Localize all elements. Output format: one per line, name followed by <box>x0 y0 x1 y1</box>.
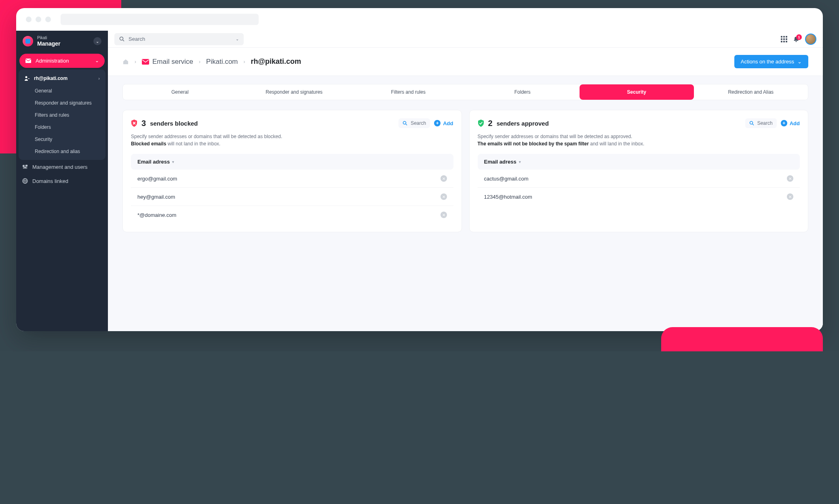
browser-frame: Pikati Manager ⌄ Administration ⌄ rh@pik… <box>16 8 823 331</box>
mail-icon <box>25 59 32 63</box>
delete-icon[interactable]: ✕ <box>787 175 793 182</box>
chevron-right-icon: › <box>199 59 200 65</box>
delete-icon[interactable]: ✕ <box>787 193 793 200</box>
list-row: *@domaine.com✕ <box>131 206 453 224</box>
svg-point-1 <box>25 76 27 78</box>
topbar: Search ⌄ 1 <box>108 31 823 48</box>
delete-icon[interactable]: ✕ <box>441 175 447 182</box>
svg-line-18 <box>753 124 754 125</box>
org-logo <box>23 36 33 46</box>
shield-approved-icon <box>478 120 484 127</box>
nav-sub-folders[interactable]: Folders <box>19 121 105 133</box>
nav-domains[interactable]: Domains linked <box>16 174 108 188</box>
approved-list-header[interactable]: Email adress ▾ <box>478 154 800 170</box>
user-icon <box>24 76 30 81</box>
notifications-button[interactable]: 1 <box>793 36 799 42</box>
traffic-lights <box>26 17 51 22</box>
tab-redirection[interactable]: Redirection and Alias <box>694 84 808 100</box>
sliders-icon <box>22 164 28 170</box>
list-row: hey@gmail.com✕ <box>131 188 453 206</box>
blocked-list-header[interactable]: Email adress ▾ <box>131 154 453 170</box>
search-placeholder: Search <box>129 36 145 42</box>
org-role: Manager <box>37 40 89 47</box>
sidebar: Pikati Manager ⌄ Administration ⌄ rh@pik… <box>16 31 108 331</box>
list-row: 12345@hotmail.com✕ <box>478 188 800 206</box>
tabs: General Responder and signatures Filters… <box>122 84 808 100</box>
traffic-light <box>36 17 41 22</box>
traffic-light <box>26 17 32 22</box>
nav-sub-security[interactable]: Security <box>19 133 105 145</box>
svg-rect-2 <box>28 78 30 79</box>
chevron-right-icon: › <box>98 76 100 81</box>
home-icon[interactable] <box>122 59 129 65</box>
url-bar[interactable] <box>61 14 259 25</box>
blocked-search[interactable]: Search <box>398 118 430 128</box>
traffic-light <box>45 17 51 22</box>
approved-add-button[interactable]: + Add <box>781 120 800 126</box>
browser-chrome <box>16 8 823 31</box>
nav-management[interactable]: Management and users <box>16 160 108 174</box>
sort-icon: ▾ <box>519 160 521 164</box>
nav-label: rh@pikati.com <box>34 76 67 81</box>
search-icon <box>119 36 124 42</box>
tab-security[interactable]: Security <box>580 84 694 100</box>
bc-domain[interactable]: Pikati.com <box>206 58 238 66</box>
org-name: Pikati <box>37 36 89 40</box>
approved-card: 2 senders approved Search + Add <box>469 110 809 232</box>
shield-blocked-icon <box>131 120 137 127</box>
tab-responder[interactable]: Responder and signatures <box>237 84 352 100</box>
svg-line-16 <box>406 124 407 125</box>
breadcrumb: › Email service › Pikati.com › rh@pikati… <box>108 48 823 76</box>
content-area: › Email service › Pikati.com › rh@pikati… <box>108 48 823 331</box>
nav-sub-general[interactable]: General <box>19 85 105 97</box>
main-panel: Search ⌄ 1 › <box>108 31 823 331</box>
nav-sub-responder[interactable]: Responder and signatures <box>19 97 105 109</box>
bg-accent-bottom-right <box>661 327 823 351</box>
approved-title: senders approved <box>497 120 549 127</box>
email-address: hey@gmail.com <box>137 194 175 200</box>
blocked-title: senders blocked <box>150 120 198 127</box>
blocked-description: Specify sender addresses or domains that… <box>131 133 453 147</box>
nav-address-group: rh@pikati.com › General Responder and si… <box>19 69 105 160</box>
svg-point-7 <box>25 167 26 168</box>
org-switcher[interactable]: Pikati Manager ⌄ <box>16 31 108 52</box>
chevron-right-icon: › <box>244 59 245 65</box>
email-address: *@domaine.com <box>137 212 176 218</box>
blocked-add-button[interactable]: + Add <box>434 120 453 126</box>
tab-filters[interactable]: Filters and rules <box>351 84 466 100</box>
search-icon <box>403 121 407 126</box>
search-input[interactable]: Search ⌄ <box>114 33 244 45</box>
email-address: ergo@gmail.com <box>137 176 177 182</box>
email-address: cactus@gmail.com <box>484 176 529 182</box>
delete-icon[interactable]: ✕ <box>441 193 447 200</box>
globe-icon <box>22 178 28 184</box>
app-root: Pikati Manager ⌄ Administration ⌄ rh@pik… <box>16 31 823 331</box>
avatar[interactable] <box>805 34 816 45</box>
nav-administration[interactable]: Administration ⌄ <box>19 54 105 68</box>
chevron-right-icon: › <box>135 59 136 65</box>
apps-icon[interactable] <box>781 36 787 42</box>
plus-icon: + <box>781 120 787 126</box>
chevron-down-icon[interactable]: ⌄ <box>93 37 101 45</box>
svg-point-8 <box>26 165 27 166</box>
actions-button[interactable]: Actions on the address ⌄ <box>734 55 808 68</box>
search-icon <box>749 121 754 126</box>
list-row: cactus@gmail.com✕ <box>478 170 800 188</box>
bc-service[interactable]: Email service <box>142 58 193 66</box>
list-row: ergo@gmail.com✕ <box>131 170 453 188</box>
chevron-down-icon: ⌄ <box>236 37 239 41</box>
svg-rect-14 <box>142 59 149 65</box>
nav-address-item[interactable]: rh@pikati.com › <box>19 72 105 85</box>
tab-general[interactable]: General <box>123 84 237 100</box>
tab-folders[interactable]: Folders <box>466 84 580 100</box>
delete-icon[interactable]: ✕ <box>441 212 447 218</box>
notif-badge: 1 <box>796 34 802 40</box>
nav-sub-filters[interactable]: Filters and rules <box>19 109 105 121</box>
approved-search[interactable]: Search <box>745 118 777 128</box>
nav-sub-redirection[interactable]: Redirection and alias <box>19 145 105 158</box>
nav-label: Administration <box>36 58 69 64</box>
svg-point-15 <box>403 122 406 124</box>
chevron-down-icon: ⌄ <box>797 59 802 65</box>
nav-label: Domains linked <box>32 178 68 184</box>
svg-point-12 <box>120 37 123 40</box>
